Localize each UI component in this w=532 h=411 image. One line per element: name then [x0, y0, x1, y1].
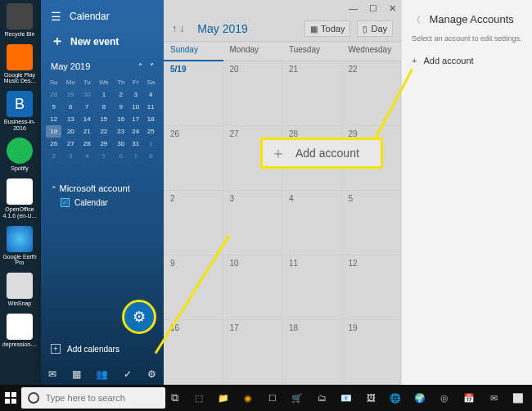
desktop-icon-gpm[interactable]: Google Play Music Des... [2, 44, 38, 84]
tray-icon[interactable]: 🗂 [311, 387, 332, 409]
svg-rect-2 [5, 399, 10, 404]
desktop-icon-winsnap[interactable]: WinSnap [2, 273, 38, 307]
start-button[interactable] [3, 386, 18, 409]
calendar-app-window: ☰ Calendar ＋ New event May 2019 ˄ ˅ SuMo… [41, 0, 532, 385]
desktop-icon-business[interactable]: BBusiness-in-2016 [2, 91, 38, 131]
day-cell[interactable]: 5/19 [164, 61, 223, 126]
maximize-icon[interactable]: ☐ [369, 3, 377, 14]
sidebar-footer: ✉ ▦ 👥 ✓ ⚙ [41, 364, 164, 385]
add-calendars-button[interactable]: + Add calendars [41, 337, 164, 360]
next-arrow-icon[interactable]: ↓ [179, 23, 184, 34]
manage-accounts-panel: 〈 Manage Accounts Select an account to e… [401, 0, 532, 385]
day-cell[interactable]: 5 [342, 191, 402, 255]
mini-month-label: May 2019 [51, 61, 90, 71]
plus-square-icon: + [51, 344, 61, 354]
desktop-icon-depression[interactable]: depression-... [2, 314, 38, 348]
day-cell[interactable]: 11 [282, 255, 342, 320]
add-account-callout: ＋ Add account [260, 138, 383, 169]
desktop-icon-recycle-bin[interactable]: Recycle Bin [2, 3, 38, 38]
desktop: Recycle Bin Google Play Music Des... BBu… [0, 0, 41, 385]
app-title: Calendar [70, 11, 110, 22]
tray-icon[interactable]: 🌐 [385, 387, 406, 409]
minimize-icon[interactable]: — [349, 3, 358, 13]
mail-icon[interactable]: ✉ [48, 368, 56, 380]
tray-icon[interactable]: ✉ [483, 387, 504, 409]
plus-icon: ＋ [51, 33, 64, 50]
new-event-label: New event [70, 36, 119, 47]
day-cell[interactable]: 22 [342, 61, 402, 126]
tray-icon[interactable]: 🖼 [360, 387, 381, 409]
hamburger-icon[interactable]: ☰ [51, 10, 61, 23]
toolbar: ↑ ↓ May 2019 ▦Today ▯Day [164, 16, 401, 41]
close-icon[interactable]: ✕ [389, 3, 396, 14]
mini-calendar[interactable]: SuMoTuWeThFrSa 2829301234 567891011 1213… [41, 76, 164, 162]
tray-icon[interactable]: 📅 [458, 387, 480, 409]
todo-icon[interactable]: ✓ [124, 368, 132, 380]
search-input[interactable] [46, 393, 159, 403]
prev-arrow-icon[interactable]: ↑ [172, 23, 177, 34]
day-header-monday[interactable]: Monday [223, 42, 283, 61]
taskbar-search[interactable] [21, 387, 165, 409]
tray-icon[interactable]: ☐ [262, 387, 283, 409]
people-icon[interactable]: 👥 [96, 368, 108, 380]
tray-icon[interactable]: ◉ [237, 387, 259, 409]
day-cell[interactable]: 17 [223, 320, 283, 385]
day-cell[interactable]: 26 [164, 126, 223, 191]
add-calendars-label: Add calendars [67, 345, 119, 354]
new-event-button[interactable]: ＋ New event [41, 26, 164, 56]
add-account-button[interactable]: Add account [412, 56, 522, 65]
tray-icon[interactable]: 📁 [213, 387, 234, 409]
day-cell[interactable]: 9 [164, 255, 223, 320]
checkbox-checked-icon[interactable]: ✓ [61, 198, 70, 207]
calendar-item-label: Calendar [74, 198, 108, 207]
mini-prev-icon[interactable]: ˄ [138, 62, 142, 71]
day-cell[interactable]: 18 [282, 320, 342, 385]
panel-subtitle: Select an account to edit settings. [412, 34, 522, 43]
accounts-section: Microsoft account ✓ Calendar [41, 178, 164, 212]
account-header[interactable]: Microsoft account [51, 183, 154, 193]
plus-icon: ＋ [271, 143, 286, 163]
desktop-icon-openoffice[interactable]: OpenOffice 4.1.6 (en-U... [2, 178, 38, 219]
svg-rect-3 [11, 399, 16, 404]
callout-label: Add account [295, 147, 359, 160]
taskbar-tray: ⬚ 📁 ◉ ☐ 🛒 🗂 📧 🖼 🌐 🌍 ◎ 📅 ✉ ⬜ [188, 387, 529, 409]
day-cell[interactable]: 2 [164, 191, 223, 255]
desktop-icon-spotify[interactable]: Spotify [2, 138, 38, 172]
tray-icon[interactable]: 🌍 [409, 387, 431, 409]
day-header-tuesday[interactable]: Tuesday [282, 42, 342, 61]
calendar-main: — ☐ ✕ ↑ ↓ May 2019 ▦Today ▯Day Sunday Mo… [164, 0, 401, 385]
mini-calendar-nav: May 2019 ˄ ˅ [41, 56, 164, 76]
tray-icon[interactable]: 🛒 [286, 387, 308, 409]
day-header-sunday[interactable]: Sunday [164, 42, 223, 61]
day-cell[interactable]: 4 [282, 191, 342, 255]
today-button[interactable]: ▦Today [304, 20, 350, 37]
svg-rect-0 [5, 392, 10, 397]
toolbar-month-label[interactable]: May 2019 [197, 22, 247, 35]
day-cell[interactable]: 3 [223, 191, 283, 255]
calendar-icon[interactable]: ▦ [72, 368, 81, 380]
back-icon[interactable]: 〈 [412, 15, 421, 25]
mini-next-icon[interactable]: ˅ [150, 62, 154, 71]
task-view-icon[interactable]: ⧉ [169, 387, 182, 409]
tray-icon[interactable]: ⬜ [507, 387, 529, 409]
day-icon: ▯ [363, 25, 367, 34]
settings-gear-highlight: ⚙ [122, 300, 156, 334]
tray-icon[interactable]: 📧 [336, 387, 357, 409]
day-cell[interactable]: 12 [342, 255, 402, 320]
taskbar: ⧉ ⬚ 📁 ◉ ☐ 🛒 🗂 📧 🖼 🌐 🌍 ◎ 📅 ✉ ⬜ [0, 385, 532, 411]
day-view-button[interactable]: ▯Day [357, 20, 393, 37]
day-cell[interactable]: 19 [342, 320, 402, 385]
tray-icon[interactable]: ◎ [434, 387, 455, 409]
day-header-wednesday[interactable]: Wednesday [342, 42, 402, 61]
settings-gear-icon[interactable]: ⚙ [147, 368, 156, 380]
day-cell[interactable]: 16 [164, 320, 223, 385]
today-icon: ▦ [310, 25, 318, 34]
svg-rect-1 [11, 392, 16, 397]
day-cell[interactable]: 10 [223, 255, 283, 320]
tray-icon[interactable]: ⬚ [188, 387, 210, 409]
day-cell[interactable]: 20 [223, 61, 283, 126]
calendar-checkbox-item[interactable]: ✓ Calendar [61, 198, 154, 207]
cortana-icon [28, 392, 39, 404]
desktop-icon-google-earth[interactable]: Google Earth Pro [2, 226, 38, 266]
day-cell[interactable]: 21 [282, 61, 342, 126]
